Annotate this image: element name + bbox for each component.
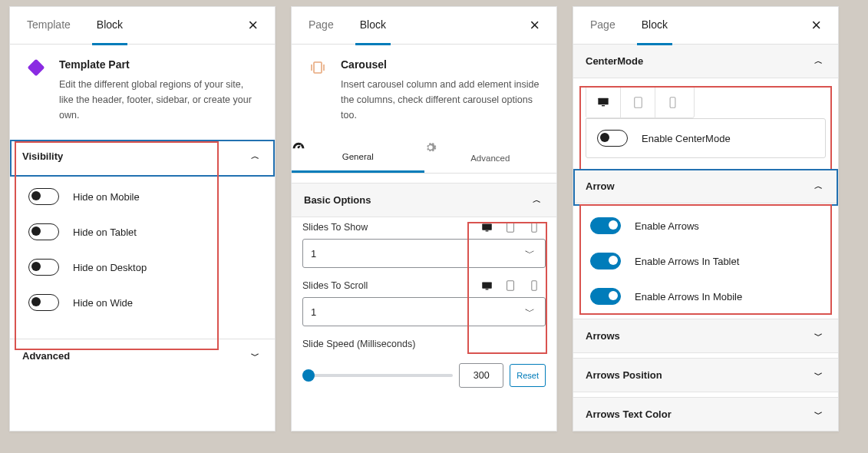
- toggle-label: Hide on Mobile: [73, 191, 140, 203]
- panel-arrow-settings: Page Block × CenterMode ︿ Enable CenterM…: [573, 6, 839, 432]
- visibility-body: Hide on Mobile Hide on Tablet Hide on De…: [10, 173, 275, 339]
- section-visibility-label: Visibility: [22, 150, 247, 162]
- section-arrow[interactable]: Arrow ︿: [573, 169, 838, 203]
- section-centermode[interactable]: CenterMode ︿: [573, 45, 838, 78]
- field-label: Slide Speed (Milliseconds): [302, 339, 546, 349]
- arrow-body: Enable Arrows Enable Arrows In Tablet En…: [573, 203, 838, 319]
- close-icon[interactable]: ×: [525, 11, 544, 40]
- subtab-advanced[interactable]: Advanced: [424, 132, 557, 173]
- section-label: Arrows Text Color: [586, 408, 810, 420]
- toggle-enable-centermode[interactable]: Enable CenterMode: [597, 130, 814, 147]
- section-basic-options[interactable]: Basic Options ︿: [292, 183, 556, 217]
- field-label: Slides To Show: [302, 222, 481, 233]
- tab-page[interactable]: Page: [586, 6, 620, 45]
- field-slide-speed: Slide Speed (Milliseconds): [292, 334, 556, 363]
- svg-rect-13: [670, 97, 675, 107]
- svg-rect-4: [507, 223, 514, 233]
- chevron-down-icon: ﹀: [247, 350, 262, 362]
- responsive-device-row: [481, 280, 546, 291]
- slide-speed-input[interactable]: 300: [459, 363, 503, 388]
- svg-rect-8: [507, 281, 514, 291]
- svg-rect-1: [314, 62, 322, 73]
- block-desc: Edit the different global regions of you…: [59, 77, 258, 123]
- template-part-icon: [27, 58, 45, 77]
- svg-rect-5: [532, 223, 536, 233]
- toggle-label: Enable CenterMode: [642, 133, 731, 144]
- panel-carousel: Page Block × Carousel Insert carousel co…: [291, 6, 557, 432]
- section-label: Arrow: [586, 180, 810, 192]
- section-visibility[interactable]: Visibility ︿: [10, 140, 275, 173]
- mobile-icon[interactable]: [530, 280, 546, 291]
- field-slides-to-scroll: Slides To Scroll 1 ﹀: [292, 276, 556, 334]
- tablet-icon[interactable]: [506, 222, 521, 233]
- svg-rect-11: [602, 105, 605, 106]
- section-advanced[interactable]: Advanced ﹀: [10, 339, 275, 372]
- toggle-label: Enable Arrows: [635, 220, 699, 232]
- chevron-up-icon: ︿: [810, 180, 826, 192]
- chevron-up-icon: ︿: [529, 194, 544, 206]
- section-arrows[interactable]: Arrows ﹀: [573, 319, 838, 353]
- select-slides-to-show[interactable]: 1 ﹀: [302, 239, 546, 268]
- svg-rect-6: [482, 282, 492, 288]
- toggle-enable-arrows-tablet[interactable]: Enable Arrows In Tablet: [579, 243, 832, 279]
- subtab-label: General: [292, 152, 424, 161]
- block-name: Template Part: [59, 58, 258, 71]
- slider-thumb[interactable]: [302, 369, 315, 382]
- select-slides-to-scroll[interactable]: 1 ﹀: [302, 297, 546, 326]
- reset-button[interactable]: Reset: [510, 364, 546, 387]
- subtabs: General Advanced: [292, 132, 556, 174]
- svg-rect-12: [634, 97, 642, 107]
- select-value: 1: [311, 248, 316, 260]
- toggle-hide-mobile[interactable]: Hide on Mobile: [18, 179, 267, 214]
- chevron-down-icon: ﹀: [810, 369, 826, 381]
- desktop-icon[interactable]: [481, 281, 497, 291]
- section-arrows-text-color[interactable]: Arrows Text Color ﹀: [573, 397, 838, 431]
- svg-rect-10: [598, 98, 608, 105]
- tab-template[interactable]: Template: [22, 6, 75, 45]
- slider-slide-speed: 300 Reset: [292, 363, 556, 398]
- chevron-up-icon: ︿: [810, 55, 826, 67]
- slider-track[interactable]: [302, 374, 453, 377]
- tab-block[interactable]: Block: [637, 6, 672, 45]
- tabs: Page Block ×: [292, 7, 556, 45]
- toggle-label: Hide on Desktop: [73, 262, 147, 273]
- mobile-icon[interactable]: [655, 87, 689, 117]
- tab-block[interactable]: Block: [355, 6, 391, 45]
- svg-rect-9: [532, 281, 536, 291]
- section-label: Arrows Position: [586, 369, 810, 381]
- close-icon[interactable]: ×: [243, 11, 262, 40]
- tab-page[interactable]: Page: [304, 6, 338, 45]
- section-arrows-position[interactable]: Arrows Position ﹀: [573, 358, 838, 392]
- tab-block[interactable]: Block: [92, 6, 127, 45]
- section-label: Arrows: [586, 330, 810, 342]
- close-icon[interactable]: ×: [807, 11, 826, 40]
- centermode-body: Enable CenterMode: [586, 86, 826, 158]
- block-desc: Insert carousel column and add element i…: [341, 77, 540, 123]
- desktop-icon[interactable]: [481, 223, 497, 233]
- select-value: 1: [311, 306, 316, 318]
- chevron-down-icon: ﹀: [810, 330, 826, 342]
- section-label: CenterMode: [586, 55, 810, 67]
- toggle-enable-arrows[interactable]: Enable Arrows: [579, 208, 832, 243]
- toggle-enable-arrows-mobile[interactable]: Enable Arrows In Mobile: [579, 279, 832, 314]
- tablet-icon[interactable]: [506, 280, 521, 291]
- svg-rect-7: [486, 289, 489, 289]
- mobile-icon[interactable]: [530, 222, 546, 233]
- chevron-down-icon: ﹀: [810, 408, 826, 420]
- block-title: Carousel Insert carousel column and add …: [292, 45, 556, 131]
- tablet-icon[interactable]: [621, 87, 655, 117]
- speedometer-icon: [292, 141, 424, 152]
- carousel-icon: [309, 58, 327, 77]
- block-name: Carousel: [341, 58, 540, 71]
- subtab-general[interactable]: General: [292, 132, 424, 173]
- toggle-label: Enable Arrows In Mobile: [635, 291, 742, 303]
- subtab-label: Advanced: [424, 154, 557, 163]
- responsive-device-row: [481, 222, 546, 233]
- section-label: Basic Options: [304, 194, 529, 206]
- field-label: Slides To Scroll: [302, 280, 481, 291]
- desktop-icon[interactable]: [586, 87, 621, 117]
- toggle-hide-wide[interactable]: Hide on Wide: [18, 285, 267, 320]
- toggle-hide-desktop[interactable]: Hide on Desktop: [18, 250, 267, 285]
- toggle-hide-tablet[interactable]: Hide on Tablet: [18, 214, 267, 250]
- chevron-down-icon: ﹀: [522, 305, 537, 319]
